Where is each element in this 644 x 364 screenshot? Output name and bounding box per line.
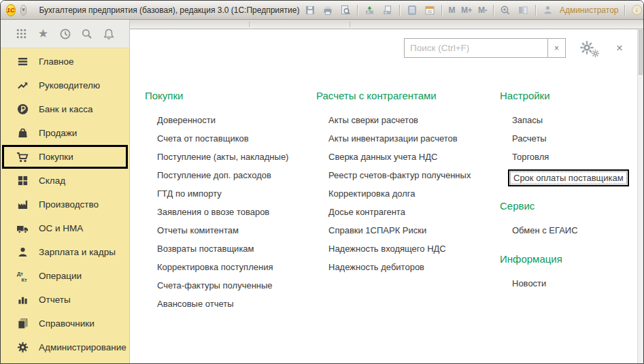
section-title: Настройки: [500, 90, 636, 101]
sidebar-item-administrirovanie[interactable]: Администрирование: [1, 335, 129, 359]
system-menu-button[interactable]: ▼: [20, 5, 27, 16]
function-link[interactable]: Расчеты: [500, 129, 636, 148]
sidebar-item-spravochniki[interactable]: Справочники: [1, 312, 129, 335]
scrollbar-thumb[interactable]: [639, 30, 643, 75]
separator: [399, 5, 400, 16]
sidebar-item-label: Главное: [39, 56, 74, 67]
section-title: Расчеты с контрагентами: [316, 90, 496, 101]
function-link[interactable]: Счета-фактуры полученные: [145, 276, 315, 295]
function-link[interactable]: Доверенности: [145, 111, 315, 129]
window-title: Бухгалтерия предприятия (базовая), редак…: [39, 5, 299, 15]
column-pokupki: Покупки Доверенности Счета от поставщико…: [145, 90, 315, 327]
function-link[interactable]: Корректировка долга: [316, 184, 496, 203]
calculator-icon[interactable]: [406, 4, 418, 16]
function-link[interactable]: Новости: [500, 274, 636, 293]
separator: [493, 5, 494, 16]
sidebar-item-sklad[interactable]: Склад: [1, 169, 129, 193]
function-link[interactable]: Возвраты поставщикам: [145, 239, 315, 258]
function-link[interactable]: Акты сверки расчетов: [316, 111, 496, 129]
settings-gears-icon[interactable]: [579, 39, 600, 58]
function-link[interactable]: Надежность дебиторов: [316, 258, 496, 276]
function-link[interactable]: Заявления о ввозе товаров: [145, 203, 315, 221]
zoom-icon[interactable]: [500, 4, 511, 16]
user-icon: [542, 4, 554, 16]
function-link-focused[interactable]: Срок оплаты поставщикам: [508, 169, 636, 186]
vertical-scrollbar[interactable]: [637, 29, 643, 363]
function-link[interactable]: Запасы: [500, 111, 636, 129]
sidebar-item-label: Склад: [39, 176, 65, 186]
search-icon[interactable]: [80, 27, 94, 41]
separator: [357, 5, 358, 16]
sidebar-item-bank-i-kassa[interactable]: Банк и касса: [1, 97, 129, 121]
sidebar-item-label: ОС и НМА: [39, 223, 83, 233]
sidebar-item-otchety[interactable]: Отчеты: [1, 288, 129, 312]
function-link[interactable]: Надежность входящего НДС: [316, 239, 496, 258]
focused-link-label: Срок оплаты поставщикам: [510, 171, 627, 184]
current-user-label[interactable]: Администратор: [560, 5, 619, 15]
sidebar: ★ Главное Руководителю Банк и касс: [1, 20, 130, 363]
favorites-star-icon[interactable]: ★: [36, 27, 50, 41]
search-clear-button[interactable]: ×: [547, 39, 565, 57]
save-icon[interactable]: [304, 4, 316, 16]
sidebar-item-label: Покупки: [39, 152, 73, 162]
1c-logo-icon[interactable]: 1С: [6, 4, 16, 16]
sidebar-item-operacii[interactable]: ДтКт Операции: [1, 264, 129, 288]
menu-icon: [16, 56, 29, 68]
factory-icon: [16, 199, 29, 211]
sidebar-menu: Главное Руководителю Банк и касса Продаж…: [1, 48, 129, 363]
trend-chart-icon: [16, 80, 29, 92]
function-link[interactable]: Акты инвентаризации расчетов: [316, 129, 496, 148]
section-title: Информация: [500, 253, 636, 265]
function-link[interactable]: Поступление (акты, накладные): [145, 148, 315, 166]
calendar-icon[interactable]: 31: [424, 4, 435, 16]
split-window-icon[interactable]: [518, 4, 529, 16]
notifications-bell-icon[interactable]: [102, 27, 116, 41]
debit-credit-icon: ДтКт: [16, 270, 29, 282]
sidebar-item-label: Администрирование: [39, 342, 126, 352]
sidebar-item-rukovoditelyu[interactable]: Руководителю: [1, 73, 129, 97]
function-link[interactable]: Реестр счетов-фактур полученных: [316, 166, 496, 184]
shopping-bag-icon: [16, 127, 29, 139]
sidebar-item-label: Банк и касса: [39, 104, 93, 114]
search-box: ×: [404, 38, 566, 58]
function-link[interactable]: Торговля: [500, 148, 636, 166]
search-input[interactable]: [405, 39, 547, 57]
function-link[interactable]: Сверка данных учета НДС: [316, 148, 496, 166]
print-preview-icon[interactable]: [339, 4, 351, 16]
books-icon: [16, 318, 29, 330]
export-data-icon[interactable]: [364, 4, 375, 16]
column-nastroyki: Настройки Запасы Расчеты Торговля Срок о…: [500, 90, 636, 306]
apps-grid-icon[interactable]: [14, 27, 28, 41]
section-title: Покупки: [145, 90, 315, 101]
sidebar-item-label: Справочники: [39, 318, 95, 329]
function-link[interactable]: Досье контрагента: [316, 203, 496, 221]
sidebar-item-pokupki[interactable]: Покупки: [2, 145, 128, 169]
tab-separator: [249, 21, 250, 27]
sidebar-item-os-i-nma[interactable]: ОС и НМА: [1, 216, 129, 240]
sidebar-item-proizvodstvo[interactable]: Производство: [1, 193, 129, 216]
info-icon[interactable]: i: [631, 4, 643, 16]
svg-text:31: 31: [427, 9, 432, 14]
function-link[interactable]: Справки 1СПАРК Риски: [316, 221, 496, 239]
import-data-icon[interactable]: [382, 4, 393, 16]
function-link[interactable]: Поступление доп. расходов: [145, 166, 315, 184]
panel-close-icon[interactable]: ×: [616, 42, 623, 55]
sidebar-item-glavnoe[interactable]: Главное: [1, 50, 129, 73]
tab-strip: [130, 20, 643, 29]
print-icon[interactable]: [322, 4, 333, 16]
function-link[interactable]: Отчеты комитентам: [145, 221, 315, 239]
sidebar-item-zarplata-i-kadry[interactable]: Зарплата и кадры: [1, 240, 129, 264]
gear-icon: [16, 342, 29, 354]
function-link[interactable]: Счета от поставщиков: [145, 129, 315, 148]
calc-memory-plus-button[interactable]: M+: [461, 5, 472, 15]
calc-memory-button[interactable]: M: [448, 5, 455, 15]
sidebar-item-label: Зарплата и кадры: [39, 247, 116, 257]
truck-icon: [16, 222, 29, 235]
calc-memory-minus-button[interactable]: M-: [478, 5, 487, 15]
function-link[interactable]: Авансовые отчеты: [145, 295, 315, 313]
function-link[interactable]: Корректировка поступления: [145, 258, 315, 276]
function-link[interactable]: Обмен с ЕГАИС: [500, 221, 636, 239]
function-link[interactable]: ГТД по импорту: [145, 184, 315, 203]
sidebar-item-prodazhi[interactable]: Продажи: [1, 121, 129, 145]
history-clock-icon[interactable]: [58, 27, 72, 41]
